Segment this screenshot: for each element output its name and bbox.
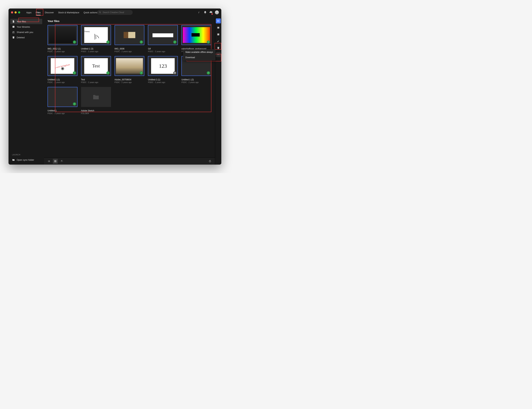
rail-delete-button[interactable] bbox=[216, 46, 221, 50]
file-thumbnail[interactable]: Test bbox=[81, 56, 111, 76]
sidebar-item-label: Open sync folder bbox=[17, 158, 34, 161]
file-card[interactable]: Lorem IpGfggfsumUntitled-1 (1)PSDC · 2 y… bbox=[47, 56, 77, 84]
rail-view-button[interactable] bbox=[216, 25, 221, 30]
file-card[interactable]: IMG_0012 (1)PSDC · 2 years ago bbox=[47, 25, 77, 53]
svg-point-4 bbox=[218, 55, 219, 55]
file-thumbnail[interactable] bbox=[81, 87, 111, 107]
file-thumbnail[interactable]: Lorem IpGfggfsum bbox=[47, 56, 77, 76]
file-card[interactable]: Adobe SketchFOLDER bbox=[81, 87, 111, 114]
file-thumbnail[interactable]: Timmy bbox=[81, 25, 111, 45]
check-sync-badge bbox=[140, 71, 143, 74]
file-meta: PSDC · 2 years ago bbox=[47, 81, 77, 83]
svg-point-5 bbox=[219, 55, 219, 55]
context-menu: Make available offline always Download bbox=[183, 49, 215, 60]
file-card[interactable]: IMG_0006PSDC · 2 years ago bbox=[115, 25, 145, 53]
check-sync-badge bbox=[106, 71, 110, 74]
rail-edit-button[interactable] bbox=[216, 39, 221, 44]
search-icon bbox=[99, 11, 101, 14]
file-thumbnail[interactable]: 1 2345678910 bbox=[47, 87, 77, 107]
view-grid-button[interactable] bbox=[53, 159, 58, 164]
check-sync-badge bbox=[207, 40, 210, 44]
sort-button[interactable] bbox=[59, 159, 64, 164]
nav-stock-marketplace[interactable]: Stock & Marketplace bbox=[56, 9, 81, 16]
sidebar-item-your-libraries[interactable]: Your libraries bbox=[10, 24, 42, 29]
window-close-button[interactable] bbox=[11, 11, 13, 13]
sync-alert-badge bbox=[211, 13, 213, 15]
cloud-sync-icon[interactable] bbox=[209, 10, 212, 14]
libraries-icon bbox=[12, 25, 15, 28]
view-toolbar bbox=[44, 158, 215, 165]
file-name: Adobe_00759834 bbox=[115, 78, 145, 81]
bell-icon[interactable] bbox=[204, 11, 207, 14]
file-card[interactable]: GifPSDC · 2 years ago bbox=[148, 25, 178, 53]
sidebar-item-label: Shared with you bbox=[17, 31, 33, 34]
page-title: Your files bbox=[44, 16, 215, 24]
fonts-icon[interactable]: f bbox=[198, 11, 201, 14]
file-thumbnail[interactable] bbox=[181, 25, 211, 45]
rail-more-button[interactable] bbox=[216, 52, 221, 57]
file-name: Untitled-1 (3) bbox=[81, 47, 111, 50]
selection-count-badge[interactable]: 11 bbox=[216, 19, 221, 23]
file-card[interactable]: 1 2345678910Untitled-1PSDC · 2 years ago bbox=[47, 87, 77, 114]
file-meta: PSDC · 2 years ago bbox=[47, 112, 77, 114]
sidebar-item-label: Deleted bbox=[17, 36, 25, 39]
context-menu-item-download[interactable]: Download bbox=[183, 55, 215, 60]
trash-icon bbox=[12, 36, 15, 39]
search-field[interactable] bbox=[97, 10, 133, 15]
view-list-button[interactable] bbox=[46, 159, 51, 164]
nav-files[interactable]: Files bbox=[34, 9, 43, 16]
file-thumbnail[interactable] bbox=[115, 25, 145, 45]
sidebar: Your files Your libraries Shared with yo… bbox=[9, 16, 44, 165]
window-traffic-lights bbox=[11, 11, 20, 13]
refresh-icon bbox=[209, 160, 211, 163]
check-sync-badge bbox=[140, 40, 143, 44]
file-grid: IMG_0012 (1)PSDC · 2 years agoTimmyUntit… bbox=[47, 25, 211, 114]
content-column: Your files IMG_0012 (1)PSDC · 2 years ag… bbox=[44, 16, 215, 165]
window-minimize-button[interactable] bbox=[15, 11, 17, 13]
file-thumbnail[interactable] bbox=[115, 56, 145, 76]
sidebar-item-label: Your libraries bbox=[17, 26, 30, 28]
file-card[interactable]: Adobe_00759834PSDC · 2 years ago bbox=[115, 56, 145, 84]
file-card[interactable]: TestTestPSDC · 2 years ago bbox=[81, 56, 111, 84]
file-thumbnail[interactable]: 123 bbox=[148, 56, 178, 76]
file-grid-scroll[interactable]: IMG_0012 (1)PSDC · 2 years agoTimmyUntit… bbox=[44, 24, 215, 158]
sidebar-item-open-sync-folder[interactable]: Open sync folder bbox=[10, 157, 42, 162]
nav-discover[interactable]: Discover bbox=[43, 9, 56, 16]
list-icon bbox=[47, 160, 50, 163]
grid-icon bbox=[54, 160, 57, 163]
nav-apps[interactable]: Apps bbox=[24, 9, 34, 16]
file-meta: PSDC · 2 years ago bbox=[115, 81, 145, 83]
file-meta: PSDC · 2 years ago bbox=[81, 50, 111, 53]
sidebar-item-deleted[interactable]: Deleted bbox=[10, 35, 42, 40]
rail-add-button[interactable] bbox=[216, 32, 221, 37]
file-card[interactable]: 123Untitled-2 (1)PSDC · 2 years ago bbox=[148, 56, 178, 84]
file-card[interactable]: colorHalftone_workaroundPSDC · 2 years a… bbox=[181, 25, 211, 53]
svg-point-3 bbox=[217, 55, 218, 55]
nav-quick-actions-label: Quick actions bbox=[83, 11, 97, 14]
search-input[interactable] bbox=[102, 11, 131, 14]
context-menu-item-offline[interactable]: Make available offline always bbox=[183, 49, 215, 55]
check-sync-badge bbox=[73, 40, 76, 44]
file-name: Untitled-1 (2) bbox=[181, 78, 211, 81]
file-meta: PSDC · 2 years ago bbox=[148, 50, 178, 53]
file-card[interactable]: TimmyUntitled-1 (3)PSDC · 2 years ago bbox=[81, 25, 111, 53]
window-maximize-button[interactable] bbox=[18, 11, 20, 13]
file-meta: PSDC · 2 years ago bbox=[181, 81, 211, 83]
refresh-button[interactable] bbox=[208, 159, 212, 164]
folder-sync-icon bbox=[12, 158, 15, 161]
file-meta: PSDC · 2 years ago bbox=[148, 81, 178, 83]
avatar[interactable] bbox=[215, 10, 219, 14]
file-thumbnail[interactable] bbox=[148, 25, 178, 45]
file-meta: PSDC · 2 years ago bbox=[47, 50, 77, 53]
file-meta: PSDC · 2 years ago bbox=[115, 50, 145, 53]
file-name: Untitled-2 (1) bbox=[148, 78, 178, 81]
file-thumbnail[interactable] bbox=[47, 25, 77, 45]
file-icon bbox=[12, 20, 15, 23]
sidebar-item-shared[interactable]: Shared with you bbox=[10, 29, 42, 35]
file-name: IMG_0012 (1) bbox=[47, 47, 77, 50]
cloud-sync-badge bbox=[173, 71, 176, 74]
edit-icon bbox=[217, 40, 220, 43]
add-icon bbox=[217, 33, 220, 36]
sidebar-item-your-files[interactable]: Your files bbox=[10, 19, 42, 24]
check-sync-badge bbox=[173, 40, 176, 44]
